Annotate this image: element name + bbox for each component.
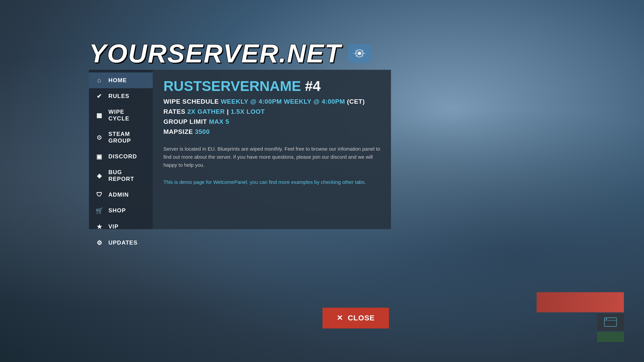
rates-label: RATES	[163, 108, 185, 115]
server-name: RUSTSERVERNAME	[163, 78, 301, 94]
panel-wrapper: ⌂ HOME ✔ RULES ▦ WIPE CYCLE ⊙ STEAM GROU…	[89, 70, 391, 229]
sidebar-label-vip: VIP	[108, 223, 118, 230]
sidebar-label-home: HOME	[108, 77, 127, 84]
demo-text: This is demo page for WelcomePanel, you …	[163, 179, 380, 185]
sidebar-label-bug-report: BUG REPORT	[108, 169, 146, 183]
rates-loot: 1.5x LOOT	[231, 108, 265, 115]
wipe-schedule-value: WEEKLY @ 4:00PM	[221, 98, 284, 105]
bug-report-icon: ◈	[96, 172, 103, 179]
rates-line: RATES 2x GATHER | 1.5x LOOT	[163, 108, 380, 115]
sidebar-label-shop: SHOP	[108, 207, 126, 214]
rates-pipe: |	[227, 108, 231, 115]
group-limit-label: GROUP LIMIT	[163, 118, 207, 125]
sidebar-item-discord[interactable]: ▣ DISCORD	[89, 149, 153, 165]
group-limit-line: GROUP LIMIT MAX 5	[163, 118, 380, 125]
sidebar-label-rules: RULES	[108, 93, 130, 100]
rules-icon: ✔	[96, 93, 103, 100]
close-button[interactable]: ✕ CLOSE	[323, 308, 389, 328]
close-label: CLOSE	[348, 314, 375, 322]
site-title-row: YOURSERVER.NET	[89, 40, 371, 66]
shop-icon: 🛒	[96, 207, 103, 214]
server-title: RUSTSERVERNAME #4	[163, 79, 380, 93]
home-icon: ⌂	[96, 77, 103, 84]
main-container: YOURSERVER.NET ⌂ HOME ✔ RULES ▦	[0, 0, 644, 362]
main-content: RUSTSERVERNAME #4 WIPE SCHEDULE WEEKLY @…	[153, 70, 391, 229]
sidebar-label-updates: UPDATES	[108, 240, 138, 246]
sidebar-item-wipe-cycle[interactable]: ▦ WIPE CYCLE	[89, 104, 153, 126]
wipe-schedule-label: WIPE SCHEDULE	[163, 98, 219, 105]
admin-icon: 🛡	[96, 191, 103, 198]
sidebar-label-wipe-cycle: WIPE CYCLE	[108, 109, 146, 122]
discord-icon: ▣	[96, 153, 103, 160]
network-icon	[353, 49, 365, 58]
sidebar-item-rules[interactable]: ✔ RULES	[89, 88, 153, 104]
steam-group-icon: ⊙	[96, 134, 103, 141]
sidebar-item-shop[interactable]: 🛒 SHOP	[89, 203, 153, 219]
sidebar-item-bug-report[interactable]: ◈ BUG REPORT	[89, 165, 153, 187]
site-title: YOURSERVER.NET	[89, 40, 341, 66]
mapsize-line: MAPSIZE 3500	[163, 128, 380, 136]
wipe-schedule-line: WIPE SCHEDULE WEEKLY @ 4:00PM WEEKLY @ 4…	[163, 98, 380, 105]
sidebar: ⌂ HOME ✔ RULES ▦ WIPE CYCLE ⊙ STEAM GROU…	[89, 70, 153, 229]
sidebar-label-discord: DISCORD	[108, 153, 137, 160]
wipe-cycle-icon: ▦	[96, 112, 103, 119]
sidebar-item-home[interactable]: ⌂ HOME	[89, 72, 153, 88]
sidebar-label-steam-group: STEAM GROUP	[108, 131, 146, 144]
wipe-schedule-tz: (CET)	[347, 98, 365, 105]
steam-icon-box[interactable]	[348, 44, 371, 63]
server-number: #4	[305, 78, 321, 94]
mapsize-value: 3500	[195, 128, 210, 135]
sidebar-item-admin[interactable]: 🛡 ADMIN	[89, 187, 153, 203]
vip-icon: ★	[96, 223, 103, 230]
mapsize-label: MAPSIZE	[163, 128, 193, 135]
close-x-mark: ✕	[337, 314, 343, 322]
group-limit-value: MAX 5	[209, 118, 230, 125]
server-description: Server is located in EU. Blueprints are …	[163, 145, 380, 169]
wipe-schedule-time: WEEKLY @ 4:00PM	[284, 98, 345, 105]
close-button-wrapper: ✕ CLOSE	[323, 308, 389, 328]
updates-icon: ⚙	[96, 239, 103, 247]
sidebar-item-vip[interactable]: ★ VIP	[89, 219, 153, 235]
sidebar-item-updates[interactable]: ⚙ UPDATES	[89, 235, 153, 251]
sidebar-item-steam-group[interactable]: ⊙ STEAM GROUP	[89, 126, 153, 149]
sidebar-label-admin: ADMIN	[108, 192, 129, 198]
rates-gather: 2x GATHER	[187, 108, 225, 115]
